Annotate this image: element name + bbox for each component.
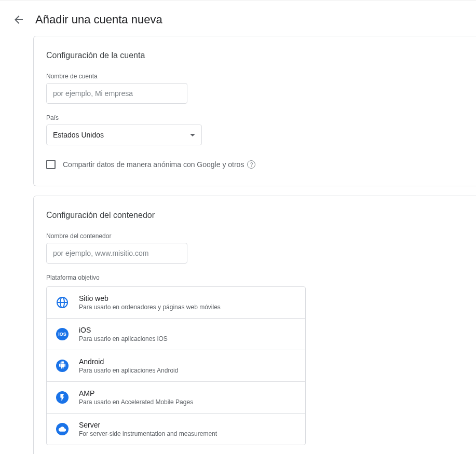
platform-amp-text: AMP Para usarlo en Accelerated Mobile Pa… <box>79 389 193 406</box>
platform-android-desc: Para usarlo en aplicaciones Android <box>79 367 178 374</box>
android-icon <box>56 360 69 372</box>
platform-server-text: Server For server-side instrumentation a… <box>79 421 217 437</box>
platform-web[interactable]: Sitio web Para usarlo en ordenadores y p… <box>47 287 305 319</box>
platform-android-text: Android Para usarlo en aplicaciones Andr… <box>79 357 178 374</box>
container-name-input[interactable] <box>46 243 187 264</box>
account-name-label: Nombre de cuenta <box>46 73 464 80</box>
platform-list: Sitio web Para usarlo en ordenadores y p… <box>46 286 306 445</box>
platform-ios-name: iOS <box>79 326 168 334</box>
platform-web-text: Sitio web Para usarlo en ordenadores y p… <box>79 294 221 311</box>
account-name-field-group: Nombre de cuenta <box>46 73 464 104</box>
container-section-title: Configuración del contenedor <box>46 211 464 220</box>
amp-icon <box>56 391 69 404</box>
share-data-row: Compartir datos de manera anónima con Go… <box>46 160 464 169</box>
page-title: Añadir una cuenta nueva <box>35 13 162 26</box>
container-config-card: Configuración del contenedor Nombre del … <box>33 196 476 454</box>
arrow-left-icon <box>12 13 25 26</box>
platform-field-group: Plataforma objetivo Sitio web Para usarl… <box>46 274 464 445</box>
platform-ios-text: iOS Para usarlo en aplicaciones iOS <box>79 326 168 342</box>
platform-amp[interactable]: AMP Para usarlo en Accelerated Mobile Pa… <box>47 382 305 414</box>
page-header: Añadir una cuenta nueva <box>0 0 476 36</box>
platform-web-desc: Para usarlo en ordenadores y páginas web… <box>79 304 221 311</box>
platform-server-desc: For server-side instrumentation and meas… <box>79 430 217 437</box>
country-select[interactable]: Estados Unidos <box>46 125 202 145</box>
platform-android[interactable]: Android Para usarlo en aplicaciones Andr… <box>47 350 305 382</box>
server-icon <box>56 423 69 435</box>
platform-web-name: Sitio web <box>79 294 221 302</box>
chevron-down-icon <box>190 134 195 136</box>
ios-icon: iOS <box>56 328 69 340</box>
account-name-input[interactable] <box>46 83 187 104</box>
container-name-field-group: Nombre del contenedor <box>46 232 464 264</box>
web-icon <box>56 296 69 309</box>
share-data-checkbox[interactable] <box>46 160 56 169</box>
platform-amp-name: AMP <box>79 389 193 397</box>
platform-server[interactable]: Server For server-side instrumentation a… <box>47 414 305 445</box>
platform-ios-desc: Para usarlo en aplicaciones iOS <box>79 335 168 342</box>
share-data-label: Compartir datos de manera anónima con Go… <box>63 160 244 169</box>
help-icon[interactable]: ? <box>247 160 255 169</box>
country-value: Estados Unidos <box>53 131 104 139</box>
country-field-group: País Estados Unidos <box>46 114 464 145</box>
account-config-card: Configuración de la cuenta Nombre de cue… <box>33 36 476 186</box>
back-button[interactable] <box>12 13 25 26</box>
platform-label: Plataforma objetivo <box>46 274 464 281</box>
container-name-label: Nombre del contenedor <box>46 232 464 240</box>
account-section-title: Configuración de la cuenta <box>46 51 464 60</box>
platform-amp-desc: Para usarlo en Accelerated Mobile Pages <box>79 398 193 406</box>
platform-server-name: Server <box>79 421 217 429</box>
platform-android-name: Android <box>79 357 178 366</box>
country-label: País <box>46 114 464 121</box>
platform-ios[interactable]: iOS iOS Para usarlo en aplicaciones iOS <box>47 319 305 350</box>
